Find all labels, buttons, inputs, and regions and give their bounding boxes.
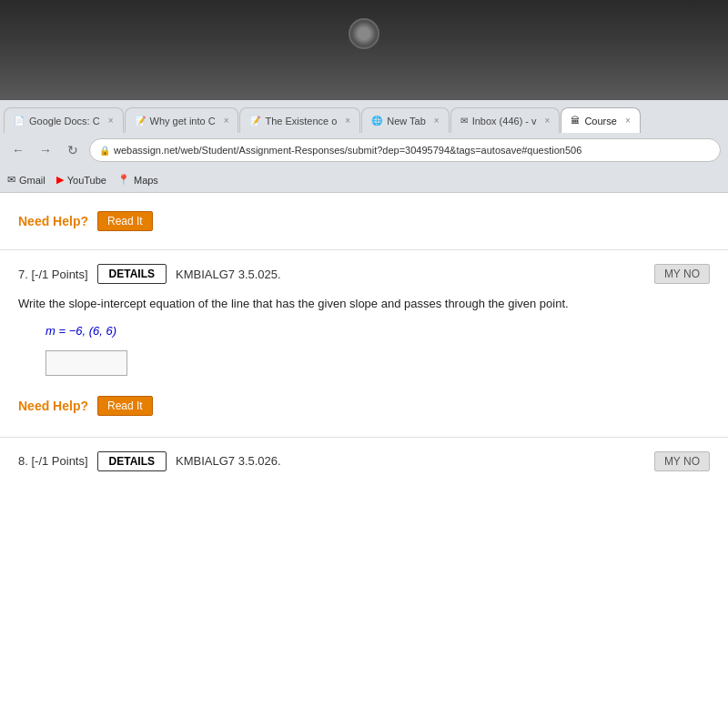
top-need-help-label: Need Help?	[18, 214, 88, 228]
tab-why-icon: 📝	[135, 116, 146, 126]
question-8-header: 8. [-/1 Points] DETAILS KMBIALG7 3.5.026…	[18, 451, 710, 471]
tab-existence-close[interactable]: ×	[345, 116, 350, 126]
tab-inbox-icon: ✉	[460, 116, 468, 126]
tab-google-docs-icon: 📄	[14, 116, 25, 126]
tab-the-existence[interactable]: 📝 The Existence o ×	[239, 107, 360, 133]
maps-label: Maps	[134, 175, 158, 186]
tab-why-close[interactable]: ×	[224, 116, 229, 126]
address-bar[interactable]: 🔒 webassign.net/web/Student/Assignment-R…	[89, 138, 721, 162]
tab-existence-label: The Existence o	[265, 116, 337, 126]
question-7-my-notes-button[interactable]: MY NO	[654, 264, 710, 284]
maps-icon: 📍	[117, 174, 130, 186]
tab-course-close[interactable]: ×	[625, 116, 631, 126]
question-7-answer-input[interactable]	[46, 350, 127, 376]
tab-new-icon: 🌐	[371, 116, 382, 126]
question-8-section: 8. [-/1 Points] DETAILS KMBIALG7 3.5.026…	[0, 438, 728, 496]
tab-new-label: New Tab	[387, 116, 426, 126]
address-text: webassign.net/web/Student/Assignment-Res…	[114, 145, 581, 156]
camera-area	[0, 0, 728, 100]
tab-why-get-into[interactable]: 📝 Why get into C ×	[125, 107, 239, 133]
bookmark-youtube[interactable]: ▶ YouTube	[56, 174, 106, 186]
question-7-need-help-label: Need Help?	[18, 399, 88, 413]
tab-inbox-label: Inbox (446) - v	[472, 116, 537, 126]
tab-new-close[interactable]: ×	[434, 116, 440, 126]
tab-new-tab[interactable]: 🌐 New Tab ×	[361, 107, 449, 133]
question-7-need-help-row: Need Help? Read It	[18, 389, 710, 423]
forward-button[interactable]: →	[35, 139, 56, 161]
question-7-equation: m = −6, (6, 6)	[46, 324, 710, 338]
equation-value: m = −6, (6, 6)	[46, 324, 116, 338]
question-7-read-it-button[interactable]: Read It	[97, 396, 153, 416]
bookmarks-bar: ✉ Gmail ▶ YouTube 📍 Maps	[0, 167, 728, 193]
tab-inbox-close[interactable]: ×	[545, 116, 551, 126]
youtube-icon: ▶	[56, 174, 64, 186]
tab-course-label: Course	[584, 116, 616, 126]
tab-bar: 📄 Google Docs: C × 📝 Why get into C × 📝 …	[0, 100, 728, 133]
back-button[interactable]: ←	[7, 139, 29, 161]
question-7-number: 7. [-/1 Points]	[18, 268, 88, 281]
tab-inbox[interactable]: ✉ Inbox (446) - v ×	[450, 107, 561, 133]
question-7-code: KMBIALG7 3.5.025.	[176, 268, 645, 281]
question-8-details-button[interactable]: DETAILS	[97, 451, 167, 471]
top-need-help-row: Need Help? Read It	[18, 204, 710, 238]
address-bar-row: ← → ↻ 🔒 webassign.net/web/Student/Assign…	[0, 133, 728, 167]
top-read-it-button[interactable]: Read It	[97, 211, 153, 231]
tab-google-docs-close[interactable]: ×	[108, 116, 114, 126]
tab-course-icon: 🏛	[571, 116, 580, 126]
question-7-details-button[interactable]: DETAILS	[97, 264, 167, 284]
question-7-text: Write the slope-intercept equation of th…	[18, 295, 710, 313]
bookmark-gmail[interactable]: ✉ Gmail	[7, 174, 46, 186]
lock-icon: 🔒	[99, 146, 110, 156]
top-need-help-section: Need Help? Read It	[0, 193, 728, 250]
youtube-label: YouTube	[67, 175, 106, 186]
tab-google-docs-label: Google Docs: C	[29, 116, 100, 126]
question-8-number: 8. [-/1 Points]	[18, 454, 88, 468]
reload-button[interactable]: ↻	[62, 139, 84, 161]
question-8-code: KMBIALG7 3.5.026.	[176, 454, 645, 468]
tab-existence-icon: 📝	[249, 116, 260, 126]
bookmark-maps[interactable]: 📍 Maps	[117, 174, 158, 186]
question-8-my-notes-button[interactable]: MY NO	[654, 451, 710, 471]
gmail-icon: ✉	[7, 174, 15, 186]
question-7-section: 7. [-/1 Points] DETAILS KMBIALG7 3.5.025…	[0, 250, 728, 438]
gmail-label: Gmail	[19, 175, 46, 186]
tab-google-docs[interactable]: 📄 Google Docs: C ×	[4, 107, 124, 133]
tab-why-label: Why get into C	[150, 116, 216, 126]
question-7-header: 7. [-/1 Points] DETAILS KMBIALG7 3.5.025…	[18, 264, 710, 284]
main-content: Need Help? Read It 7. [-/1 Points] DETAI…	[0, 193, 728, 728]
tab-course[interactable]: 🏛 Course ×	[561, 107, 640, 133]
